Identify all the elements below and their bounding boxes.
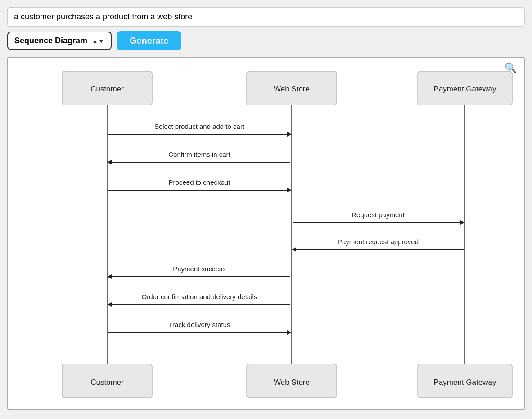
msg-3-arrowhead <box>287 188 292 192</box>
participant-customer-bottom: Customer <box>90 378 124 387</box>
controls-row: Sequence Diagram ▲▼ Generate <box>7 31 525 50</box>
search-icon[interactable]: 🔍 <box>505 62 517 74</box>
generate-button[interactable]: Generate <box>117 31 181 50</box>
participant-webstore-bottom: Web Store <box>274 378 310 387</box>
participant-paygateway-top: Payment Gateway <box>434 85 496 93</box>
msg-1-arrowhead <box>287 132 292 137</box>
participant-webstore-top: Web Store <box>274 85 310 93</box>
msg-4-arrowhead <box>460 220 465 225</box>
msg-7-arrowhead <box>107 302 112 307</box>
msg-1-label: Select product and add to cart <box>154 123 245 130</box>
msg-2-label: Confirm items in cart <box>168 150 230 158</box>
sequence-diagram-svg: Customer Web Store Payment Gateway Selec… <box>22 67 517 400</box>
top-bar: Sequence Diagram ▲▼ Generate <box>7 7 525 50</box>
participant-customer-top: Customer <box>90 85 124 93</box>
participant-paygateway-bottom: Payment Gateway <box>434 378 496 387</box>
msg-2-arrowhead <box>107 160 112 164</box>
msg-7-label: Order confirmation and delivery details <box>142 293 257 301</box>
msg-3-label: Proceed to checkout <box>169 178 231 186</box>
msg-5-arrowhead <box>292 247 296 252</box>
dropdown-arrows-icon: ▲▼ <box>92 37 104 45</box>
msg-5-label: Payment request approved <box>338 238 419 246</box>
diagram-type-select[interactable]: Sequence Diagram ▲▼ <box>7 32 112 50</box>
search-input[interactable] <box>7 7 525 27</box>
msg-8-arrowhead <box>287 330 292 335</box>
msg-6-label: Payment success <box>173 265 226 273</box>
msg-4-label: Request payment <box>352 211 405 219</box>
diagram-container: 🔍 Customer Web Store Payment Gateway Sel… <box>7 57 525 410</box>
msg-8-label: Track delivery status <box>169 321 230 328</box>
msg-6-arrowhead <box>107 274 112 279</box>
diagram-type-label: Sequence Diagram <box>14 36 87 46</box>
